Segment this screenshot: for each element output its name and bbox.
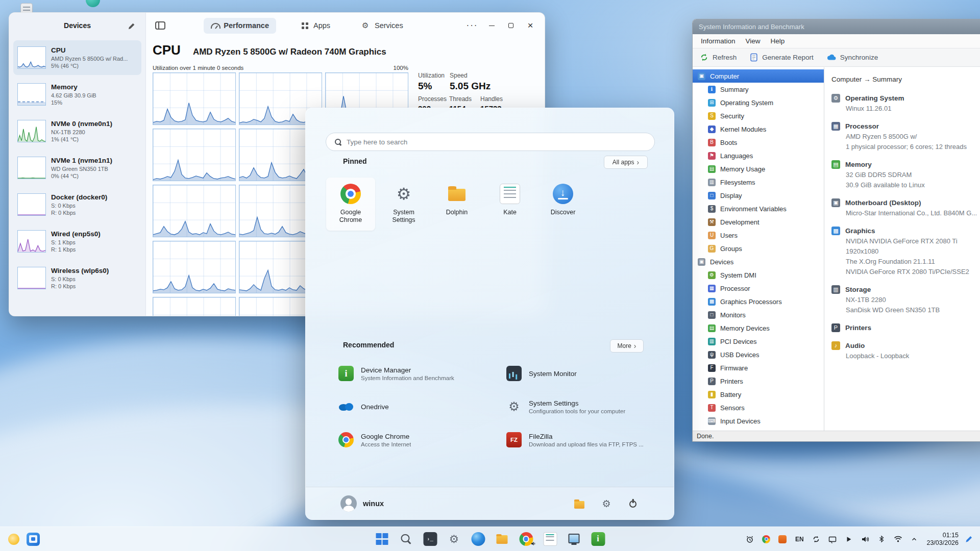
device-item-docker-docker0[interactable]: Docker (docker0) S: 0 Kbps R: 0 Kbps: [13, 187, 141, 222]
tree-item-boots[interactable]: B Boots: [693, 136, 824, 149]
section-motherboard-desktop: ▣ Motherboard (Desktop) Micro-Star Inter…: [831, 197, 980, 218]
tree-item-operating-system[interactable]: ⊞ Operating System: [693, 96, 824, 109]
tree-item-languages[interactable]: ⚑ Languages: [693, 149, 824, 162]
start-button[interactable]: [372, 529, 393, 549]
tree-item-filesystems[interactable]: ▥ Filesystems: [693, 176, 824, 189]
tree-item-development[interactable]: ⚒ Development: [693, 215, 824, 229]
status-bar: Done.: [693, 431, 980, 441]
tree-item-sensors[interactable]: T Sensors: [693, 401, 824, 414]
close-button[interactable]: ×: [522, 18, 538, 33]
core-utilization-chart: [153, 72, 236, 125]
tab-apps[interactable]: Apps: [293, 18, 337, 34]
keyboard-language-indicator[interactable]: EN: [793, 536, 806, 543]
tree-item-processor[interactable]: ▦ Processor: [693, 282, 824, 295]
file-manager-icon[interactable]: [492, 529, 512, 549]
alarm-clock-icon[interactable]: [744, 532, 756, 546]
more-button[interactable]: More ›: [610, 339, 644, 353]
generate-report-button[interactable]: Generate Report: [750, 53, 814, 62]
tree-item-monitors[interactable]: □ Monitors: [693, 308, 824, 321]
tree-item-input-devices[interactable]: ⌨ Input Devices: [693, 414, 824, 428]
tree-item-memory-usage[interactable]: ▤ Memory Usage: [693, 162, 824, 176]
pinned-tile-kate[interactable]: Kate: [485, 178, 534, 231]
filezilla-icon: [506, 432, 522, 447]
tab-performance[interactable]: Performance: [204, 18, 276, 34]
orange-app-icon[interactable]: [776, 532, 789, 546]
device-item-cpu[interactable]: CPU AMD Ryzen 5 8500G w/ Rad... 5% (46 °…: [13, 40, 141, 75]
tree-item-environment-variables[interactable]: $ Environment Variables: [693, 202, 824, 215]
system-information-icon[interactable]: [588, 529, 608, 549]
tree-item-security[interactable]: S Security: [693, 109, 824, 122]
tree-item-firmware[interactable]: F Firmware: [693, 361, 824, 374]
pinned-tile-system-settings[interactable]: System Settings: [379, 178, 428, 231]
system-monitor-icon[interactable]: [564, 529, 584, 549]
pen-input-icon[interactable]: [963, 532, 975, 546]
pinned-app-label: Discover: [543, 209, 583, 216]
maximize-button[interactable]: [503, 18, 519, 33]
device-item-nvme-1-nvme1n1[interactable]: NVMe 1 (nvme1n1) WD Green SN350 1TB 0% (…: [13, 151, 141, 185]
settings-icon[interactable]: [444, 529, 464, 549]
device-item-wireless-wlp6s0[interactable]: Wireless (wlp6s0) S: 0 Kbps R: 0 Kbps: [13, 261, 141, 295]
tree-item-display[interactable]: □ Display: [693, 189, 824, 202]
summary-line: SanDisk WD Green SN350 1TB: [846, 305, 980, 315]
tree-item-pci-devices[interactable]: ▥ PCI Devices: [693, 335, 824, 348]
start-search-box[interactable]: [326, 133, 655, 151]
device-item-wired-enp5s0[interactable]: Wired (enp5s0) S: 1 Kbps R: 1 Kbps: [13, 224, 141, 259]
minimize-button[interactable]: [483, 18, 500, 33]
recommended-onedrive[interactable]: Onedrive: [334, 396, 493, 417]
synchronize-button[interactable]: Synchronize: [827, 53, 878, 62]
volume-icon[interactable]: [859, 532, 871, 546]
chrome-tray-icon[interactable]: [760, 532, 772, 546]
tree-item-battery[interactable]: ▮ Battery: [693, 388, 824, 401]
refresh-button[interactable]: Refresh: [700, 53, 737, 62]
pinned-tile-google-chrome[interactable]: Google Chrome: [326, 178, 375, 231]
pinned-tile-dolphin[interactable]: Dolphin: [432, 178, 481, 231]
tree-item-usb-devices[interactable]: ψ USB Devices: [693, 348, 824, 361]
section-title: Operating System: [845, 94, 904, 102]
browser-icon[interactable]: [468, 529, 488, 549]
tree-item-summary[interactable]: ℹ Summary: [693, 83, 824, 96]
menu-information[interactable]: Information: [696, 35, 741, 47]
recommended-system-monitor[interactable]: System Monitor: [502, 363, 661, 384]
tree-item-computer[interactable]: ▣ Computer: [693, 69, 824, 83]
tree-item-printers[interactable]: P Printers: [693, 374, 824, 388]
tree-item-graphics-processors[interactable]: ▩ Graphics Processors: [693, 295, 824, 308]
overflow-menu-button[interactable]: ···: [464, 18, 480, 33]
screencast-icon[interactable]: [826, 532, 839, 546]
device-item-memory[interactable]: Memory 4.62 GiB 30.9 GiB 15%: [13, 77, 141, 112]
device-item-nvme-0-nvme0n1[interactable]: NVMe 0 (nvme0n1) NX-1TB 2280 1% (41 °C): [13, 114, 141, 148]
menu-view[interactable]: View: [741, 35, 766, 47]
taskbar-clock[interactable]: 01:15 23/03/2026: [926, 532, 959, 547]
tree-item-memory-devices[interactable]: ▤ Memory Devices: [693, 321, 824, 335]
power-button[interactable]: [626, 497, 640, 511]
terminal-icon[interactable]: [420, 529, 440, 549]
sync-icon[interactable]: [810, 532, 822, 546]
recommended-filezilla[interactable]: FileZillaDownload and upload files via F…: [502, 430, 661, 450]
network-wifi-icon[interactable]: [892, 532, 904, 546]
tree-item-users[interactable]: U Users: [693, 229, 824, 242]
user-avatar[interactable]: [340, 495, 357, 512]
tree-item-groups[interactable]: G Groups: [693, 242, 824, 255]
media-play-icon[interactable]: [843, 532, 855, 546]
all-apps-button[interactable]: All apps ›: [604, 156, 648, 169]
widgets-icon[interactable]: [27, 533, 40, 546]
chrome-icon[interactable]: [516, 529, 536, 549]
pinned-tile-discover[interactable]: Discover: [538, 178, 587, 231]
search-button[interactable]: [396, 529, 416, 549]
sysinfo-titlebar[interactable]: System Information and Benchmark: [693, 19, 980, 34]
recommended-device-manager[interactable]: Device ManagerSystem Information and Ben…: [334, 363, 493, 384]
tree-item-kernel-modules[interactable]: ◆ Kernel Modules: [693, 122, 824, 136]
tree-item-system-dmi[interactable]: ⚙ System DMI: [693, 268, 824, 282]
recommended-google-chrome[interactable]: Google ChromeAccess the Internet: [334, 430, 493, 450]
search-input[interactable]: [347, 138, 647, 146]
recommended-system-settings[interactable]: System SettingsConfiguration tools for y…: [502, 396, 661, 417]
weather-icon[interactable]: [8, 534, 19, 545]
chevron-up-icon[interactable]: [908, 532, 920, 546]
tab-services[interactable]: Services: [355, 18, 410, 34]
bluetooth-icon[interactable]: [875, 532, 888, 546]
tree-item-devices[interactable]: ▣ Devices: [693, 255, 824, 268]
documents-button[interactable]: [573, 497, 586, 511]
text-editor-icon[interactable]: [540, 529, 560, 549]
edit-devices-button[interactable]: [125, 20, 137, 32]
settings-button[interactable]: [600, 497, 613, 511]
menu-help[interactable]: Help: [766, 35, 790, 47]
